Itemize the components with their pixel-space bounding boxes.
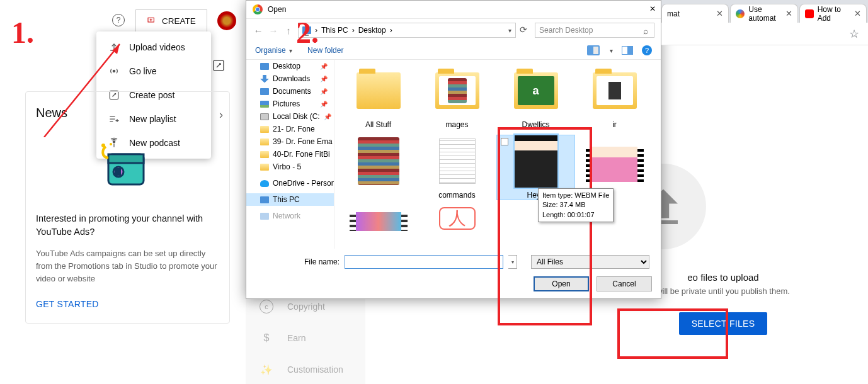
avatar[interactable] (217, 11, 236, 30)
news-card: News › Interested in promoting your chan… (25, 91, 230, 324)
open-button[interactable]: Open (534, 276, 589, 291)
help-icon[interactable]: ? (642, 45, 652, 55)
pin-icon: 📌 (320, 101, 328, 108)
pin-icon: 📌 (320, 88, 328, 95)
nav-customisation[interactable]: ✨Customisation (246, 354, 365, 384)
search-input[interactable]: Search Desktop (535, 23, 654, 38)
google-icon (736, 9, 745, 18)
pin-icon: 📌 (324, 113, 331, 120)
tree-item[interactable]: 40-Dr. Fone FitBi (246, 148, 334, 161)
close-icon[interactable]: ✕ (649, 4, 656, 13)
download-icon (260, 75, 269, 83)
folder-icon (260, 164, 269, 171)
folder-tree: Desktop📌 Downloads📌 Documents📌 Pictures📌… (246, 60, 334, 249)
folder-icon (260, 151, 269, 158)
organise-button[interactable]: Organise ▾ (255, 46, 292, 55)
folder-icon (260, 126, 269, 133)
refresh-icon[interactable]: ⟳ (520, 25, 531, 36)
file-item[interactable]: mages (418, 65, 496, 129)
tree-item[interactable]: 39- Dr. Fone Ema (246, 135, 334, 148)
folder-icon (260, 138, 269, 145)
back-button[interactable]: ← (253, 25, 264, 36)
promo-illustration (84, 135, 166, 198)
file-item[interactable] (340, 206, 417, 235)
news-heading: Interested in promoting your channel wit… (36, 212, 219, 239)
checkbox[interactable] (501, 138, 508, 145)
menu-item-go-live[interactable]: Go live (96, 59, 211, 83)
tree-item[interactable]: OneDrive - Person (246, 177, 334, 189)
tree-item[interactable]: Downloads📌 (246, 72, 334, 85)
filename-input[interactable] (345, 255, 503, 269)
create-button[interactable]: CREATE (135, 9, 207, 32)
chevron-down-icon[interactable]: ▾ (508, 27, 511, 34)
svg-point-9 (101, 144, 105, 147)
dialog-footer: File name: ▾ All Files Open Cancel (246, 249, 661, 298)
wand-icon: ✨ (260, 363, 273, 376)
menu-item-upload-videos[interactable]: Upload videos (96, 35, 211, 59)
breadcrumb-item[interactable]: This PC (321, 26, 348, 35)
tree-item[interactable]: 21- Dr. Fone (246, 123, 334, 135)
filename-label: File name: (255, 257, 340, 266)
get-started-link[interactable]: GET STARTED (36, 299, 219, 309)
breadcrumb-item[interactable]: Desktop (358, 26, 386, 35)
file-item[interactable]: 人 (418, 206, 496, 235)
file-tooltip: Item type: WEBM File Size: 37.4 MB Lengt… (538, 188, 614, 222)
select-files-button[interactable]: SELECT FILES (679, 312, 768, 335)
edit-icon[interactable] (211, 58, 226, 73)
news-body: YouTube Ads campaigns can be set up dire… (36, 247, 219, 285)
browser-tab[interactable]: Use automat✕ (730, 4, 797, 23)
chrome-icon (253, 4, 263, 14)
close-tab-icon[interactable]: ✕ (716, 9, 723, 18)
tree-item[interactable]: Virbo - 5 (246, 161, 334, 173)
news-title: News (36, 106, 219, 120)
search-icon[interactable]: ⌕ (643, 26, 648, 36)
tree-item[interactable]: Local Disk (C:📌 (246, 110, 334, 123)
up-button[interactable]: ↑ (283, 25, 294, 36)
disk-icon (260, 113, 269, 120)
forward-button[interactable]: → (268, 25, 279, 36)
youtube-icon (805, 9, 814, 18)
preview-pane-icon[interactable] (622, 46, 633, 55)
menu-item-label: Go live (129, 66, 157, 76)
annotation-label-1: 1. (11, 15, 34, 50)
chevron-down-icon[interactable]: ▾ (508, 255, 517, 269)
svg-rect-8 (115, 168, 121, 176)
help-icon[interactable]: ? (112, 14, 125, 26)
document-icon (260, 88, 269, 95)
tree-item[interactable]: This PC (246, 193, 334, 206)
network-icon (260, 213, 269, 220)
onedrive-icon (260, 180, 269, 187)
file-item[interactable] (340, 135, 417, 200)
filetype-select[interactable]: All Files (531, 255, 649, 269)
tree-item[interactable]: Documents📌 (246, 85, 334, 98)
annotation-label-2: 2. (296, 15, 319, 50)
close-tab-icon[interactable]: ✕ (854, 9, 861, 18)
chevron-right-icon[interactable]: › (219, 108, 223, 121)
file-item[interactable]: All Stuff (340, 65, 417, 129)
desktop-icon (260, 63, 269, 70)
svg-rect-6 (108, 154, 144, 163)
tree-item[interactable]: Network (246, 210, 334, 222)
svg-point-1 (113, 70, 115, 72)
browser-toolbar: ☆ (661, 23, 868, 45)
pc-icon (260, 196, 269, 203)
tree-item[interactable]: Pictures📌 (246, 98, 334, 110)
nav-earn[interactable]: $Earn (246, 322, 365, 354)
close-tab-icon[interactable]: ✕ (785, 9, 792, 18)
studio-left-nav: cCopyright $Earn ✨Customisation (246, 291, 365, 384)
view-mode-icon[interactable] (587, 45, 600, 55)
pin-icon: 📌 (320, 63, 328, 70)
tree-item[interactable]: Desktop📌 (246, 60, 334, 72)
file-item[interactable]: ir (576, 65, 653, 129)
copyright-icon: c (260, 300, 273, 313)
cancel-button[interactable]: Cancel (597, 276, 652, 291)
file-item[interactable]: commands (418, 135, 496, 200)
star-icon[interactable]: ☆ (849, 27, 859, 41)
browser-tab[interactable]: mat✕ (661, 4, 729, 23)
dollar-icon: $ (260, 331, 273, 345)
pictures-icon (260, 101, 269, 108)
breadcrumb-path[interactable]: › This PC › Desktop › ▾ (298, 23, 516, 38)
svg-point-10 (110, 143, 112, 145)
browser-tab[interactable]: How to Add✕ (799, 4, 867, 23)
file-item[interactable]: aDwellics (497, 65, 574, 129)
